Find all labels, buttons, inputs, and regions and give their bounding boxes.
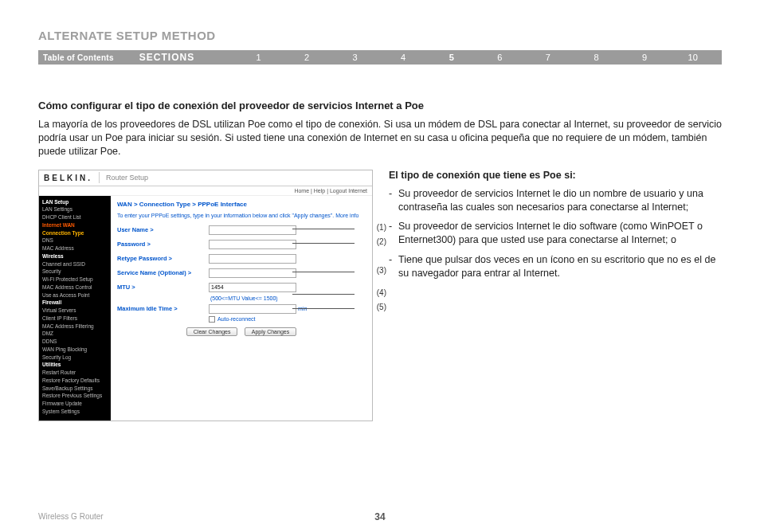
router-top-links[interactable]: Home | Help | Logout Internet xyxy=(39,186,372,196)
sidebar-category[interactable]: LAN Setup xyxy=(42,198,108,206)
sidebar-item[interactable]: Restart Router xyxy=(42,369,108,377)
brand-logo: BELKIN xyxy=(44,174,92,182)
nav-section-8[interactable]: 8 xyxy=(572,53,621,62)
nav-section-7[interactable]: 7 xyxy=(524,53,573,62)
form-row: User Name > xyxy=(117,223,366,237)
nav-sections-label: SECTIONS xyxy=(139,52,194,63)
bullet-text: Su proveedor de servicios Internet le di… xyxy=(398,220,722,247)
bullet-item: -Su proveedor de servicios Internet le d… xyxy=(389,187,722,214)
sidebar-item[interactable]: Firmware Update xyxy=(42,400,108,408)
bullet-dash: - xyxy=(389,187,398,214)
router-main: WAN > Connection Type > PPPoE Interface … xyxy=(111,196,372,421)
field-label: User Name > xyxy=(117,226,209,233)
sidebar-item[interactable]: MAC Address Filtering xyxy=(42,323,108,331)
field-hint: (500<=MTU Value<= 1500) xyxy=(210,295,278,301)
callout-number: (4) xyxy=(377,288,386,297)
nav-section-2[interactable]: 2 xyxy=(283,53,331,62)
form-row: Maximum Idle Time >min xyxy=(117,302,366,316)
nav-numbers: 12345678910 xyxy=(234,53,717,62)
form-row: Service Name (Optional) > xyxy=(117,266,366,280)
right-column: El tipo de conexión que tiene es Poe si:… xyxy=(389,170,722,421)
field-input[interactable] xyxy=(209,254,296,264)
callout-number: (3) xyxy=(377,266,386,275)
sidebar-item[interactable]: MAC Address xyxy=(42,244,108,252)
form-row: Password > xyxy=(117,237,366,252)
content-heading: Cómo configurar el tipo de conexión del … xyxy=(38,100,722,111)
bullet-item: -Tiene que pulsar dos veces en un ícono … xyxy=(389,253,722,280)
field-input[interactable] xyxy=(209,240,296,249)
field-label: MTU > xyxy=(117,284,209,291)
sidebar-item[interactable]: WAN Ping Blocking xyxy=(42,346,108,354)
callout-line xyxy=(292,229,355,229)
content-paragraph: La mayoría de los proveedores de DSL uti… xyxy=(38,118,722,158)
sidebar-item[interactable]: Restore Previous Settings xyxy=(42,392,108,400)
sidebar-item[interactable]: Connection Type xyxy=(42,229,108,237)
sidebar-item[interactable]: LAN Settings xyxy=(42,205,108,213)
sidebar-category[interactable]: Wireless xyxy=(42,252,108,260)
field-label: Password > xyxy=(117,241,209,248)
router-instruction: To enter your PPPoE settings, type in yo… xyxy=(117,213,366,218)
sidebar-item[interactable]: Save/Backup Settings xyxy=(42,385,108,393)
nav-toc-label[interactable]: Table of Contents xyxy=(43,53,114,62)
nav-section-9[interactable]: 9 xyxy=(621,53,669,62)
sidebar-item[interactable]: Security xyxy=(42,268,108,276)
checkbox-label: Auto-reconnect xyxy=(217,316,255,322)
nav-section-3[interactable]: 3 xyxy=(331,53,379,62)
sidebar-item[interactable]: Use as Access Point xyxy=(42,291,108,299)
callout-number: (5) xyxy=(377,303,386,311)
bullet-text: Su proveedor de servicios Internet le di… xyxy=(398,187,722,214)
callout-number: (2) xyxy=(377,237,386,246)
field-input[interactable] xyxy=(209,225,296,235)
page-title: ALTERNATE SETUP METHOD xyxy=(38,29,722,42)
page-number: 34 xyxy=(374,511,385,522)
field-label: Service Name (Optional) > xyxy=(117,269,209,276)
bullet-dash: - xyxy=(389,253,398,280)
field-input[interactable] xyxy=(209,283,296,292)
callout-line xyxy=(292,308,355,309)
nav-section-4[interactable]: 4 xyxy=(379,53,428,62)
sidebar-item[interactable]: Restore Factory Defaults xyxy=(42,377,108,385)
sidebar-item[interactable]: Virtual Servers xyxy=(42,307,108,315)
nav-section-6[interactable]: 6 xyxy=(476,53,524,62)
bullet-dash: - xyxy=(389,220,398,247)
sidebar-category[interactable]: Firewall xyxy=(42,299,108,307)
sidebar-item[interactable]: Wi-Fi Protected Setup xyxy=(42,276,108,284)
sidebar-category[interactable]: Internet WAN xyxy=(42,221,108,229)
field-input[interactable] xyxy=(209,268,296,278)
header-separator xyxy=(99,172,100,183)
footer-product: Wireless G Router xyxy=(38,512,104,521)
router-buttons: Clear Changes Apply Changes xyxy=(117,327,366,336)
page-footer: Wireless G Router 34 xyxy=(38,512,722,521)
form-row: Retype Password > xyxy=(117,252,366,266)
router-header: BELKIN Router Setup xyxy=(39,170,372,186)
callout-line xyxy=(292,294,355,295)
sidebar-item[interactable]: MAC Address Control xyxy=(42,284,108,291)
sidebar-item[interactable]: DNS xyxy=(42,237,108,244)
sidebar-item[interactable]: Client IP Filters xyxy=(42,315,108,323)
router-sidebar: LAN SetupLAN SettingsDHCP Client ListInt… xyxy=(39,196,111,421)
bullet-text: Tiene que pulsar dos veces en un ícono e… xyxy=(398,253,722,280)
sidebar-item[interactable]: DHCP Client List xyxy=(42,213,108,221)
callout-number: (1) xyxy=(377,223,386,232)
nav-section-5[interactable]: 5 xyxy=(427,53,476,62)
sidebar-category[interactable]: Utilities xyxy=(42,361,108,369)
nav-section-10[interactable]: 10 xyxy=(668,53,717,62)
router-setup-panel: BELKIN Router Setup Home | Help | Logout… xyxy=(38,170,373,421)
breadcrumb: WAN > Connection Type > PPPoE Interface xyxy=(117,201,366,208)
nav-section-1[interactable]: 1 xyxy=(234,53,283,62)
sidebar-item[interactable]: Channel and SSID xyxy=(42,260,108,268)
sidebar-item[interactable]: DDNS xyxy=(42,338,108,346)
sidebar-item[interactable]: DMZ xyxy=(42,330,108,338)
field-label: Retype Password > xyxy=(117,255,209,262)
field-input[interactable] xyxy=(209,304,296,314)
field-hint: min xyxy=(298,306,307,311)
apply-changes-button[interactable]: Apply Changes xyxy=(245,327,296,336)
sidebar-item[interactable]: System Settings xyxy=(42,408,108,416)
form-row: MTU > xyxy=(117,280,366,295)
clear-changes-button[interactable]: Clear Changes xyxy=(186,327,238,336)
sidebar-item[interactable]: Security Log xyxy=(42,354,108,362)
bullet-item: -Su proveedor de servicios Internet le d… xyxy=(389,220,722,247)
auto-reconnect-checkbox[interactable] xyxy=(209,316,215,323)
callout-line xyxy=(292,272,355,272)
router-setup-title: Router Setup xyxy=(106,174,148,182)
